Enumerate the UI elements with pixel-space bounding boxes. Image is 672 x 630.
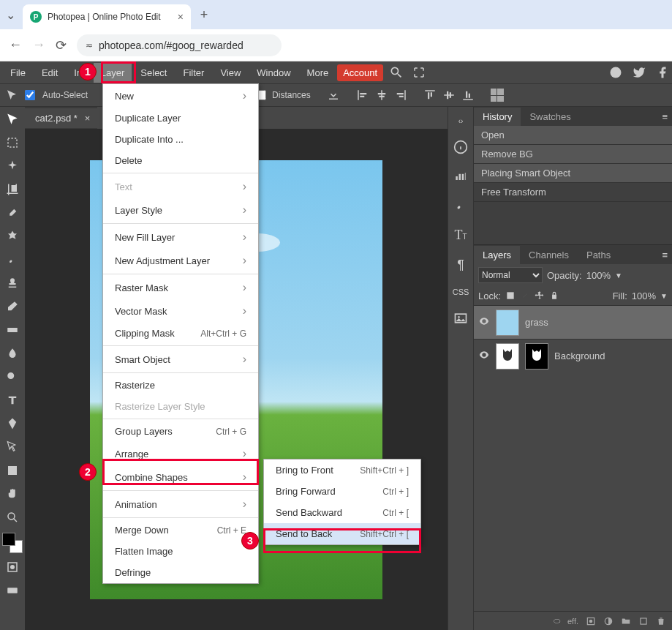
reddit-icon[interactable] — [609, 66, 622, 79]
menu-item-defringe[interactable]: Defringe — [103, 562, 258, 583]
quickmask-tool[interactable] — [3, 558, 22, 577]
menu-item-vector-mask[interactable]: Vector Mask — [103, 299, 258, 323]
history-item[interactable]: Placing Smart Object — [474, 164, 672, 183]
back-button[interactable]: ← — [9, 37, 22, 53]
new-layer-icon[interactable] — [638, 616, 649, 626]
tab-channels[interactable]: Channels — [520, 246, 578, 264]
brush-tool[interactable] — [3, 250, 22, 269]
menu-item-flatten-image[interactable]: Flatten Image — [103, 541, 258, 562]
menu-item-group-layers[interactable]: Group LayersCtrl + G — [103, 421, 258, 442]
autoselect-checkbox[interactable] — [25, 90, 35, 100]
chevron-down-icon[interactable]: ▼ — [660, 292, 668, 300]
zoom-tool[interactable] — [3, 508, 22, 527]
facebook-icon[interactable] — [656, 66, 669, 79]
menu-view[interactable]: View — [213, 63, 248, 83]
move-tool[interactable] — [3, 110, 22, 129]
info-icon[interactable] — [453, 140, 468, 154]
reload-button[interactable]: ⟳ — [56, 37, 67, 53]
opacity-value[interactable]: 100% — [586, 270, 611, 281]
blur-tool[interactable] — [3, 344, 22, 363]
forward-button[interactable]: → — [32, 37, 45, 53]
menu-item-duplicate-layer[interactable]: Duplicate Layer — [103, 108, 258, 129]
menu-item-smart-object[interactable]: Smart Object — [103, 348, 258, 371]
paragraph-panel-icon[interactable]: ¶ — [457, 258, 464, 273]
lock-move-icon[interactable] — [535, 290, 545, 301]
link-icon[interactable]: ⬭ — [554, 616, 560, 626]
blend-mode-select[interactable]: Normal — [478, 267, 543, 283]
panel-menu-icon[interactable]: ≡ — [657, 108, 672, 125]
stamp-tool[interactable] — [3, 274, 22, 293]
menu-item-new[interactable]: New — [103, 84, 258, 108]
menu-item-new-adjustment-layer[interactable]: New Adjustment Layer — [103, 249, 258, 272]
lock-trans-icon[interactable] — [505, 290, 516, 301]
menu-more[interactable]: More — [300, 63, 336, 83]
lock-pixels-icon[interactable] — [520, 290, 530, 301]
type-panel-icon[interactable]: TT — [454, 228, 467, 243]
menu-item-new-fill-layer[interactable]: New Fill Layer — [103, 225, 258, 249]
layer-row-grass[interactable]: grass — [474, 305, 672, 339]
download-icon[interactable] — [327, 89, 340, 102]
tab-paths[interactable]: Paths — [578, 246, 619, 264]
effects-label[interactable]: eff. — [567, 617, 578, 626]
keyboard-icon[interactable] — [3, 581, 22, 600]
grid-icon[interactable] — [491, 89, 504, 102]
menu-item-delete[interactable]: Delete — [103, 150, 258, 171]
chevron-down-icon[interactable]: ▼ — [615, 271, 622, 280]
css-panel-icon[interactable]: CSS — [453, 288, 469, 296]
path-select-tool[interactable] — [3, 438, 22, 457]
history-item[interactable]: Open — [474, 126, 672, 145]
tab-swatches[interactable]: Swatches — [521, 108, 579, 126]
collapse-icon[interactable]: ‹› — [458, 117, 464, 125]
adjustment-icon[interactable] — [603, 616, 614, 626]
history-item[interactable]: Remove BG — [474, 145, 672, 164]
address-bar[interactable]: ≂ photopea.com/#goog_rewarded — [77, 34, 282, 56]
hand-tool[interactable] — [3, 484, 22, 503]
visibility-icon[interactable] — [478, 315, 490, 329]
gradient-tool[interactable] — [3, 320, 22, 340]
align-top-icon[interactable] — [423, 89, 437, 102]
align-center-h-icon[interactable] — [375, 89, 388, 102]
folder-icon[interactable] — [621, 616, 631, 626]
menu-account[interactable]: Account — [337, 64, 383, 81]
tab-list-icon[interactable]: ⌄ — [6, 8, 15, 22]
menu-select[interactable]: Select — [133, 63, 174, 83]
color-swatches[interactable] — [2, 533, 23, 553]
fill-value[interactable]: 100% — [632, 290, 656, 301]
menu-item-rasterize[interactable]: Rasterize — [103, 375, 258, 396]
menu-edit[interactable]: Edit — [34, 63, 65, 83]
menu-item-animation[interactable]: Animation — [103, 492, 258, 516]
document-tab[interactable]: cat2.psd * × — [25, 108, 97, 128]
menu-filter[interactable]: Filter — [175, 63, 211, 83]
menu-item-clipping-mask[interactable]: Clipping MaskAlt+Ctrl + G — [103, 323, 258, 344]
twitter-icon[interactable] — [633, 66, 646, 79]
menu-item-bring-to-front[interactable]: Bring to FrontShift+Ctrl + ] — [264, 460, 420, 481]
align-middle-icon[interactable] — [442, 89, 456, 102]
lock-all-icon[interactable] — [549, 290, 559, 301]
brush-panel-icon[interactable] — [453, 198, 468, 213]
mask-icon[interactable] — [586, 616, 596, 626]
layer-row-background[interactable]: Background — [474, 339, 672, 372]
marquee-tool[interactable] — [3, 133, 22, 152]
menu-item-arrange[interactable]: Arrange — [103, 442, 258, 465]
menu-item-bring-forward[interactable]: Bring ForwardCtrl + ] — [264, 481, 420, 502]
eraser-tool[interactable] — [3, 297, 22, 316]
crop-tool[interactable] — [3, 180, 22, 199]
heal-tool[interactable] — [3, 227, 22, 246]
align-bottom-icon[interactable] — [461, 89, 475, 102]
menu-item-send-to-back[interactable]: Send to BackShift+Ctrl + [ — [264, 523, 420, 544]
search-icon[interactable] — [389, 65, 404, 80]
menu-item-combine-shapes[interactable]: Combine Shapes — [103, 465, 258, 489]
menu-file[interactable]: File — [3, 63, 33, 83]
panel-menu-icon[interactable]: ≡ — [657, 247, 672, 263]
eyedropper-tool[interactable] — [3, 203, 22, 222]
wand-tool[interactable] — [3, 157, 22, 176]
tab-layers[interactable]: Layers — [474, 246, 520, 264]
menu-item-duplicate-into-[interactable]: Duplicate Into ... — [103, 129, 258, 150]
trash-icon[interactable] — [656, 616, 666, 626]
browser-tab[interactable]: P Photopea | Online Photo Edit × — [23, 4, 191, 29]
menu-item-merge-down[interactable]: Merge DownCtrl + E — [103, 520, 258, 541]
shape-tool[interactable] — [3, 461, 22, 480]
histogram-icon[interactable] — [453, 169, 468, 184]
dodge-tool[interactable] — [3, 367, 22, 386]
history-item[interactable]: Free Transform — [474, 183, 672, 202]
